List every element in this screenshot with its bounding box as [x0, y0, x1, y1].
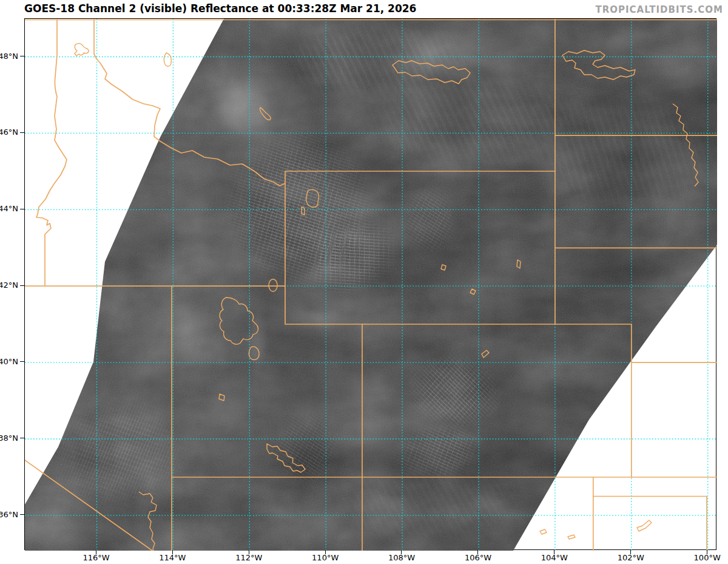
y-tick-label: 36°N	[0, 510, 18, 520]
y-tick-mark	[20, 56, 24, 56]
x-tick-label: 106°W	[459, 553, 497, 563]
figure-title: GOES-18 Channel 2 (visible) Reflectance …	[24, 2, 416, 15]
x-tick-label: 104°W	[535, 553, 574, 563]
y-tick-mark	[20, 132, 24, 133]
x-tick-label: 116°W	[77, 553, 116, 563]
state-borders	[25, 19, 717, 551]
lakes-and-rivers	[75, 44, 698, 551]
y-tick-mark	[20, 361, 24, 362]
x-tick-label: 114°W	[153, 553, 192, 563]
satellite-figure: GOES-18 Channel 2 (visible) Reflectance …	[0, 0, 728, 564]
x-tick-label: 102°W	[612, 553, 650, 563]
y-tick-label: 38°N	[0, 433, 18, 443]
y-tick-mark	[20, 209, 24, 209]
map-overlay	[25, 19, 717, 551]
x-tick-label: 100°W	[688, 553, 727, 563]
latlon-gridlines	[25, 19, 717, 551]
y-tick-label: 46°N	[0, 127, 18, 137]
y-tick-mark	[20, 285, 24, 286]
y-tick-label: 48°N	[0, 52, 18, 61]
x-tick-label: 108°W	[382, 553, 421, 563]
x-tick-label: 110°W	[306, 553, 345, 563]
y-tick-label: 44°N	[0, 204, 18, 214]
y-tick-label: 40°N	[0, 357, 18, 367]
map-plot-area	[24, 18, 716, 550]
y-tick-mark	[20, 514, 24, 515]
y-tick-mark	[20, 438, 24, 438]
tropicaltidbits-watermark: TROPICALTIDBITS.COM	[596, 4, 724, 15]
y-tick-label: 42°N	[0, 280, 18, 290]
x-tick-label: 112°W	[229, 553, 268, 563]
